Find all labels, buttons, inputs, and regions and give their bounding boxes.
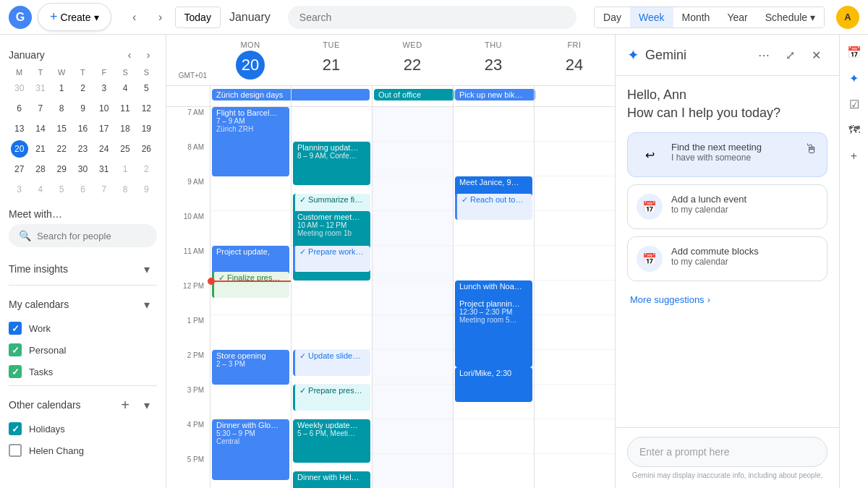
mini-cal-day[interactable]: 26 xyxy=(136,139,157,159)
other-calendars-expand[interactable]: ▾ xyxy=(137,395,157,415)
finalize-pres-event[interactable]: ✓ Finalize pres… xyxy=(212,272,289,298)
time-insights-section[interactable]: Time insights ▾ xyxy=(0,253,166,282)
holidays-checkbox[interactable]: ✓ xyxy=(9,422,22,435)
suggestion-card-lunch[interactable]: 📅 Add a lunch event to my calendar xyxy=(627,184,827,229)
mini-cal-day[interactable]: 4 xyxy=(114,78,135,98)
mini-cal-day[interactable]: 28 xyxy=(30,159,51,179)
mini-cal-day[interactable]: 2 xyxy=(72,78,93,98)
mini-cal-day[interactable]: 7 xyxy=(30,98,51,119)
mini-cal-day[interactable]: 19 xyxy=(136,119,157,139)
time-insights-expand[interactable]: ▾ xyxy=(137,259,157,279)
my-calendars-expand[interactable]: ▾ xyxy=(137,294,157,314)
day-col-thu[interactable]: THU 23 xyxy=(453,35,534,85)
right-tab-add[interactable]: + xyxy=(843,145,866,168)
mini-cal-day[interactable]: 7 xyxy=(93,179,114,200)
calendar-item-personal[interactable]: ✓ Personal xyxy=(0,339,166,361)
day-col-mon[interactable]: MON 20 xyxy=(210,35,291,85)
planning-event[interactable]: Planning updat… 8 – 9 AM, Confe… xyxy=(293,142,370,185)
mini-cal-day[interactable]: 27 xyxy=(9,159,30,179)
view-year-button[interactable]: Year xyxy=(718,7,756,27)
day-col-wed[interactable]: WED 22 xyxy=(372,35,453,85)
view-week-button[interactable]: Week xyxy=(630,7,673,27)
next-button[interactable]: › xyxy=(149,6,172,29)
mini-cal-day[interactable]: 24 xyxy=(93,139,114,159)
mini-cal-day[interactable]: 14 xyxy=(30,119,51,139)
weekly-update-event[interactable]: Weekly update… 5 – 6 PM, Meeti… xyxy=(293,419,370,463)
mini-cal-next[interactable]: › xyxy=(140,46,157,64)
add-calendar-button[interactable]: + xyxy=(115,395,135,415)
personal-checkbox[interactable]: ✓ xyxy=(9,343,22,356)
out-of-office-event[interactable]: Out of office xyxy=(374,89,454,100)
mini-cal-day[interactable]: 9 xyxy=(136,179,157,200)
mini-cal-day[interactable]: 12 xyxy=(136,98,157,119)
mini-cal-day[interactable]: 20 xyxy=(9,139,30,159)
gemini-close-button[interactable]: ✕ xyxy=(804,43,827,67)
right-tab-gemini[interactable]: ✦ xyxy=(843,67,866,90)
search-people-input[interactable] xyxy=(37,231,147,241)
helen-checkbox[interactable] xyxy=(9,444,22,457)
mini-cal-day[interactable]: 9 xyxy=(72,98,93,119)
view-day-button[interactable]: Day xyxy=(595,7,630,27)
mini-cal-day[interactable]: 4 xyxy=(30,179,51,200)
right-tab-tasks[interactable]: ☑ xyxy=(843,93,866,116)
mini-cal-day[interactable]: 8 xyxy=(114,179,135,200)
calendar-item-helen[interactable]: Helen Chang xyxy=(0,440,166,461)
lori-mike-event[interactable]: Lori/Mike, 2:30 xyxy=(455,367,532,402)
mini-cal-day[interactable]: 10 xyxy=(93,98,114,119)
calendar-item-work[interactable]: ✓ Work xyxy=(0,317,166,339)
mini-cal-day[interactable]: 6 xyxy=(9,98,30,119)
right-tab-calendar[interactable]: 📅 xyxy=(843,40,866,64)
mini-cal-day[interactable]: 16 xyxy=(72,119,93,139)
mini-cal-day[interactable]: 13 xyxy=(9,119,30,139)
store-opening-event[interactable]: Store opening 2 – 3 PM xyxy=(212,350,289,385)
prev-button[interactable]: ‹ xyxy=(123,6,146,29)
mini-cal-day[interactable]: 25 xyxy=(114,139,135,159)
mini-cal-day[interactable]: 11 xyxy=(114,98,135,119)
create-button[interactable]: + Create ▾ xyxy=(38,3,111,31)
prompt-input[interactable] xyxy=(627,437,827,467)
day-col-tue[interactable]: TUE 21 xyxy=(291,35,372,85)
update-slide-event[interactable]: ✓ Update slide… xyxy=(293,350,370,376)
avatar[interactable]: A xyxy=(836,6,859,29)
reach-out-event[interactable]: ✓ Reach out to… xyxy=(455,194,532,220)
mini-cal-day[interactable]: 23 xyxy=(72,139,93,159)
my-calendars-header[interactable]: My calendars ▾ xyxy=(0,288,166,317)
calendar-item-tasks[interactable]: ✓ Tasks xyxy=(0,361,166,382)
mini-cal-day[interactable]: 29 xyxy=(51,159,72,179)
mini-cal-day[interactable]: 6 xyxy=(72,179,93,200)
mini-cal-day[interactable]: 22 xyxy=(51,139,72,159)
prepare-work-event[interactable]: ✓ Prepare work… xyxy=(293,246,370,272)
mini-cal-day[interactable]: 17 xyxy=(93,119,114,139)
mini-cal-day[interactable]: 1 xyxy=(114,159,135,179)
mini-cal-day[interactable]: 31 xyxy=(30,78,51,98)
mini-cal-day[interactable]: 3 xyxy=(93,78,114,98)
mini-cal-day[interactable]: 3 xyxy=(9,179,30,200)
gemini-more-button[interactable]: ⋯ xyxy=(752,43,775,67)
calendar-item-holidays[interactable]: ✓ Holidays xyxy=(0,418,166,440)
tasks-checkbox[interactable]: ✓ xyxy=(9,365,22,378)
mini-cal-day[interactable]: 5 xyxy=(51,179,72,200)
gemini-expand-button[interactable]: ⤢ xyxy=(778,43,801,67)
other-calendars-header[interactable]: Other calendars + ▾ xyxy=(0,389,166,418)
mini-cal-day[interactable]: 18 xyxy=(114,119,135,139)
mini-cal-day[interactable]: 21 xyxy=(30,139,51,159)
view-schedule-button[interactable]: Schedule ▾ xyxy=(757,7,824,27)
mini-cal-day[interactable]: 15 xyxy=(51,119,72,139)
mini-cal-day[interactable]: 8 xyxy=(51,98,72,119)
suggestion-card-find-meeting[interactable]: ↩ Find the next meeting I have with some… xyxy=(627,132,827,177)
project-planning-event[interactable]: Project plannin… 12:30 – 2:30 PM Meeting… xyxy=(455,298,532,367)
pickup-event[interactable]: Pick up new bik… xyxy=(455,89,535,100)
mini-cal-day[interactable]: 30 xyxy=(9,78,30,98)
flight-event[interactable]: Flight to Barcel… 7 – 9 AM Zürich ZRH xyxy=(212,107,289,176)
day-col-fri[interactable]: FRI 24 xyxy=(534,35,615,85)
mini-cal-prev[interactable]: ‹ xyxy=(121,46,138,64)
mini-cal-day[interactable]: 1 xyxy=(51,78,72,98)
mini-cal-day[interactable]: 5 xyxy=(136,78,157,98)
view-month-button[interactable]: Month xyxy=(673,7,719,27)
today-button[interactable]: Today xyxy=(175,7,221,28)
suggestion-card-commute[interactable]: 📅 Add commute blocks to my calendar xyxy=(627,236,827,281)
dinner-glo-event[interactable]: Dinner with Glo… 5:30 – 9 PM Central xyxy=(212,419,289,480)
work-checkbox[interactable]: ✓ xyxy=(9,322,22,335)
mini-cal-day[interactable]: 2 xyxy=(136,159,157,179)
more-suggestions-link[interactable]: More suggestions › xyxy=(627,288,827,311)
